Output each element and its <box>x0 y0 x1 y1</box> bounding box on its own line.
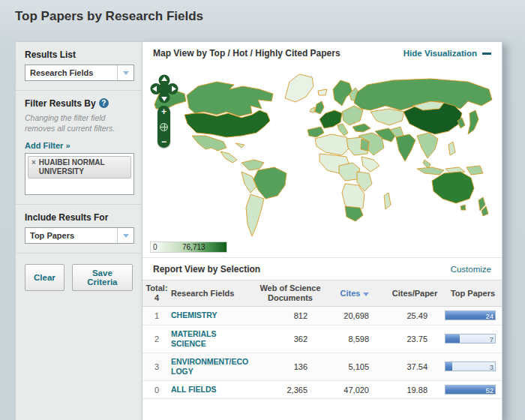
wos-documents-value: 362 <box>256 334 324 344</box>
top-papers-cell: 3 <box>444 362 502 371</box>
top-papers-bar-fill <box>446 334 460 343</box>
top-papers-bar: 3 <box>445 362 496 371</box>
top-papers-value: 7 <box>490 335 494 344</box>
filter-listbox[interactable]: ×HUAIBEI NORMAL UNIVERSITY <box>25 153 134 195</box>
filter-note: Changing the filter field removes all cu… <box>25 113 133 134</box>
customize-link[interactable]: Customize <box>451 265 491 274</box>
col-research-fields: Research Fields <box>171 289 256 298</box>
map-view-title: Map View by Top / Hot / Highly Cited Pap… <box>153 48 340 58</box>
clear-button[interactable]: Clear <box>25 264 64 291</box>
include-results-label: Include Results For <box>25 212 133 223</box>
top-papers-cell: 24 <box>444 310 502 320</box>
table-row: 2MATERIALS SCIENCE3628,59823.757 <box>142 326 502 353</box>
research-field-link[interactable]: ALL FIELDS <box>171 385 256 394</box>
top-papers-bar: 7 <box>445 334 496 344</box>
report-table-body: 1CHEMISTRY81220,69825.49242MATERIALS SCI… <box>142 307 502 399</box>
top-papers-cell: 7 <box>444 334 502 344</box>
zoom-out-button[interactable]: − <box>161 138 166 146</box>
map-color-legend: 0 76,713 <box>150 242 227 253</box>
wos-documents-value: 136 <box>256 362 324 371</box>
minus-icon <box>482 52 491 55</box>
cites-value: 47,020 <box>324 386 386 394</box>
top-papers-value: 3 <box>490 363 494 371</box>
col-total: Total: 4 <box>142 284 171 303</box>
sort-descending-icon <box>363 292 369 296</box>
globe-reset-icon[interactable] <box>160 123 168 131</box>
top-papers-value: 24 <box>485 312 494 320</box>
filter-by-label: Filter Results By <box>25 98 96 109</box>
chevron-down-icon[interactable] <box>117 65 134 80</box>
top-papers-cell: 52 <box>444 385 502 394</box>
cites-per-paper-value: 25.49 <box>386 311 444 320</box>
wos-documents-value: 812 <box>256 311 324 320</box>
report-header-bar: Report View by Selection Customize <box>142 257 502 280</box>
page-title: Top Papers by Research Fields <box>15 9 203 24</box>
map-pan-control[interactable] <box>150 74 178 104</box>
col-cites-sort[interactable]: Cites <box>324 289 386 298</box>
filter-chip-label: HUAIBEI NORMAL UNIVERSITY <box>39 158 128 176</box>
results-list-label: Results List <box>25 50 133 60</box>
include-results-value: Top Papers <box>26 228 117 243</box>
row-rank: 3 <box>142 362 171 371</box>
cites-per-paper-value: 19.88 <box>386 386 444 394</box>
cites-value: 5,105 <box>324 362 386 371</box>
add-filter-link[interactable]: Add Filter » <box>25 141 70 150</box>
report-view-title: Report View by Selection <box>153 264 260 274</box>
map-view-area: + − 0 76,713 <box>142 64 502 257</box>
help-icon[interactable]: ? <box>99 98 109 108</box>
top-papers-bar: 24 <box>445 310 496 320</box>
row-rank: 0 <box>142 386 171 394</box>
include-results-dropdown[interactable]: Top Papers <box>25 227 134 244</box>
map-header-bar: Map View by Top / Hot / Highly Cited Pap… <box>142 42 502 64</box>
top-papers-bar-fill <box>446 362 452 370</box>
row-rank: 1 <box>142 311 171 320</box>
filter-by-section: Filter Results By? Changing the filter f… <box>16 91 142 204</box>
world-map[interactable] <box>146 67 498 245</box>
table-row: 1CHEMISTRY81220,69825.4924 <box>142 307 502 325</box>
research-field-link[interactable]: ENVIRONMENT/ECOLOGY <box>171 357 256 376</box>
cites-value: 8,598 <box>324 334 386 344</box>
map-zoom-control: + − <box>158 106 170 148</box>
top-papers-value: 52 <box>485 386 494 394</box>
legend-min-value: 0 <box>153 243 158 251</box>
table-row: 3ENVIRONMENT/ECOLOGY1365,10537.543 <box>142 353 502 381</box>
results-list-value: Research Fields <box>26 65 117 80</box>
hide-visualization-link[interactable]: Hide Visualization <box>404 49 491 58</box>
col-cites-per-paper: Cites/Paper <box>386 289 444 298</box>
research-field-link[interactable]: CHEMISTRY <box>171 310 256 320</box>
cites-per-paper-value: 23.75 <box>386 334 444 344</box>
table-header-row: Total: 4 Research Fields Web of Science … <box>142 280 502 307</box>
cites-value: 20,698 <box>324 311 386 320</box>
row-rank: 2 <box>142 334 171 344</box>
top-papers-bar: 52 <box>445 385 496 394</box>
report-table: Total: 4 Research Fields Web of Science … <box>142 280 502 399</box>
remove-filter-icon[interactable]: × <box>32 158 36 167</box>
sidebar-buttons: Clear Save Criteria <box>16 254 142 302</box>
col-top-papers: Top Papers <box>444 289 502 298</box>
chevron-down-icon[interactable] <box>117 228 134 243</box>
cites-per-paper-value: 37.54 <box>386 362 444 371</box>
table-row: 0ALL FIELDS2,36547,02019.8852 <box>142 381 502 399</box>
research-field-link[interactable]: MATERIALS SCIENCE <box>171 329 256 349</box>
main-panel: Map View by Top / Hot / Highly Cited Pap… <box>142 41 502 420</box>
results-list-section: Results List Research Fields <box>16 42 142 90</box>
zoom-in-button[interactable]: + <box>161 108 166 116</box>
wos-documents-value: 2,365 <box>256 386 324 394</box>
filter-chip[interactable]: ×HUAIBEI NORMAL UNIVERSITY <box>28 156 131 178</box>
save-criteria-button[interactable]: Save Criteria <box>72 264 133 291</box>
col-wos-documents: Web of Science Documents <box>256 284 324 303</box>
results-list-dropdown[interactable]: Research Fields <box>25 64 134 81</box>
filter-sidebar: Results List Research Fields Filter Resu… <box>15 41 142 420</box>
legend-max-value: 76,713 <box>182 243 206 251</box>
include-results-section: Include Results For Top Papers <box>16 205 142 253</box>
